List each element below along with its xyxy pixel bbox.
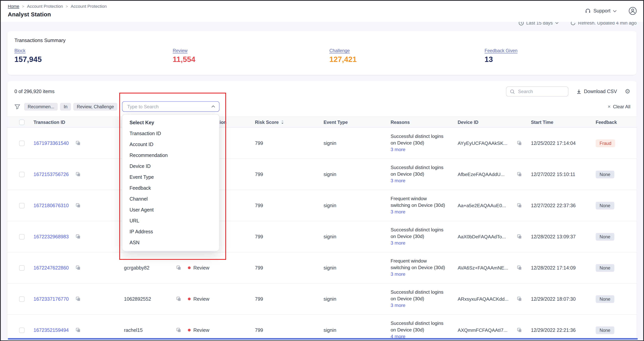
filter-funnel-icon[interactable] — [14, 104, 20, 109]
copy-icon[interactable] — [517, 141, 522, 146]
dropdown-option-recommendation[interactable]: Recommendation — [122, 150, 219, 161]
dropdown-option-user-agent[interactable]: User Agent — [122, 205, 219, 215]
start-time: 12/27/2022 22:37:36 — [530, 203, 594, 208]
search-icon — [510, 89, 515, 94]
device-id: Aa+a5e2EAQAAuE0... — [458, 203, 517, 208]
time-range-selector[interactable]: Last 15 days — [518, 22, 559, 26]
key-picker-input[interactable] — [126, 103, 212, 110]
copy-icon[interactable] — [76, 141, 81, 146]
dropdown-option-event-type[interactable]: Event Type — [122, 172, 219, 183]
table-toolbar: 0 of 296,920 items Download CSV — [8, 86, 636, 97]
dropdown-option-url[interactable]: URL — [122, 215, 219, 226]
row-checkbox[interactable] — [19, 296, 24, 302]
dropdown-option-ip-address[interactable]: IP Address — [122, 226, 219, 237]
chevron-up-icon — [212, 105, 216, 108]
row-checkbox[interactable] — [19, 234, 24, 239]
reason-text: on Device (30d) — [390, 171, 456, 177]
transaction-id-link[interactable]: 1671973361540 — [34, 140, 76, 146]
copy-icon[interactable] — [76, 296, 81, 302]
reason-text: switching on Device (30d) — [390, 202, 456, 209]
download-csv-button[interactable]: Download CSV — [576, 89, 617, 94]
copy-icon[interactable] — [176, 328, 181, 333]
copy-icon[interactable] — [517, 203, 522, 208]
recommendation-label: Review — [193, 265, 209, 271]
copy-icon[interactable] — [517, 265, 522, 270]
transaction-id-link[interactable]: 1672180676310 — [34, 203, 76, 208]
dropdown-option-account-id[interactable]: Account ID — [122, 139, 219, 150]
review-dot — [188, 298, 191, 300]
analyst-station-app: Home > Account Protection > Account Prot… — [0, 0, 644, 341]
more-reasons-link[interactable]: 3 more — [390, 271, 456, 278]
metric-feedback-given-label[interactable]: Feedback Given — [484, 48, 518, 53]
filter-chips: Recommen... In Review, Challenge — [24, 103, 118, 110]
transactions-table: Transaction ID Account ID Recommendation… — [8, 116, 636, 340]
support-menu[interactable]: Support — [585, 8, 617, 14]
copy-icon[interactable] — [176, 265, 181, 270]
metric-review-label[interactable]: Review — [173, 48, 188, 53]
time-range-label: Last 15 days — [526, 22, 553, 26]
metric-block: Block 157,945 — [14, 48, 173, 64]
copy-icon[interactable] — [517, 328, 522, 333]
copy-icon[interactable] — [76, 172, 81, 177]
breadcrumb-home[interactable]: Home — [8, 4, 19, 8]
row-checkbox[interactable] — [19, 327, 24, 333]
metric-block-label[interactable]: Block — [14, 48, 26, 53]
transactions-table-card: 0 of 296,920 items Download CSV — [8, 81, 636, 340]
transaction-id-link[interactable]: 1672153756726 — [34, 172, 76, 177]
clear-all-button[interactable]: × Clear All — [608, 104, 630, 109]
more-reasons-link[interactable]: 3 more — [390, 240, 456, 247]
key-picker-combobox[interactable] — [122, 101, 220, 112]
search-input-box[interactable] — [506, 86, 568, 97]
col-header-transaction-id: Transaction ID — [32, 119, 123, 125]
more-reasons-link[interactable]: 3 more — [390, 303, 456, 309]
row-checkbox[interactable] — [19, 140, 24, 146]
copy-icon[interactable] — [517, 172, 522, 177]
dropdown-option-channel[interactable]: Channel — [122, 194, 219, 205]
device-id: AaX0bDeFAQAAdTo... — [458, 234, 517, 239]
more-reasons-link[interactable]: 3 more — [390, 209, 456, 215]
dropdown-option-device-id[interactable]: Device ID — [122, 161, 219, 172]
copy-icon[interactable] — [176, 296, 181, 302]
copy-icon[interactable] — [76, 265, 81, 270]
search-input[interactable] — [517, 88, 564, 95]
copy-icon[interactable] — [76, 328, 81, 333]
refresh-button[interactable]: Refresh. Updated 4 min ago — [570, 22, 636, 26]
filter-chip-key[interactable]: Recommen... — [24, 103, 58, 110]
transaction-id-link[interactable]: 1672337176770 — [34, 296, 76, 302]
transaction-id-link[interactable]: 1672232968983 — [34, 234, 76, 239]
row-checkbox[interactable] — [19, 203, 24, 208]
dropdown-option-transaction-id[interactable]: Transaction ID — [122, 128, 219, 139]
more-reasons-link[interactable]: 3 more — [390, 147, 456, 153]
select-all-checkbox[interactable] — [19, 119, 24, 125]
copy-icon[interactable] — [517, 234, 522, 239]
breadcrumb-account-protection[interactable]: Account Protection — [27, 4, 63, 8]
row-checkbox[interactable] — [19, 172, 24, 177]
metric-review: Review 11,554 — [173, 48, 330, 64]
filter-chip-values[interactable]: Review, Challenge — [73, 103, 118, 110]
table-row: 1672180676310 799 signin Frequent window… — [8, 190, 636, 221]
more-reasons-link[interactable]: 3 more — [390, 178, 456, 184]
chevron-down-icon — [555, 22, 559, 24]
filter-chip-operator[interactable]: In — [60, 103, 71, 110]
transaction-id-link[interactable]: 1672247622860 — [34, 265, 76, 271]
summary-metrics: Block 157,945 Review 11,554 Challenge 12… — [14, 48, 630, 64]
gear-icon[interactable]: ⚙ — [625, 88, 630, 95]
reasons: Successful distinct logins on Device (30… — [390, 227, 456, 247]
header-actions: Support — [585, 7, 637, 15]
copy-icon[interactable] — [517, 296, 522, 302]
dropdown-option-asn[interactable]: ASN — [122, 237, 219, 248]
copy-icon[interactable] — [76, 234, 81, 239]
feedback-badge: Fraud — [596, 139, 615, 147]
horizontal-scrollbar[interactable] — [8, 338, 638, 340]
start-time: 12/29/2022 18:07:30 — [530, 296, 594, 302]
metric-challenge-label[interactable]: Challenge — [330, 48, 350, 53]
copy-icon[interactable] — [76, 203, 81, 208]
dropdown-option-feedback[interactable]: Feedback — [122, 183, 219, 194]
feedback-badge: None — [596, 202, 614, 209]
event-type: signin — [322, 172, 390, 177]
user-avatar-icon[interactable] — [628, 7, 637, 15]
row-checkbox[interactable] — [19, 265, 24, 271]
content-area: Last 15 days Refresh. Updated 4 min ago … — [1, 22, 643, 340]
transaction-id-link[interactable]: 1672352159494 — [34, 327, 76, 333]
sort-icon[interactable] — [281, 120, 284, 125]
